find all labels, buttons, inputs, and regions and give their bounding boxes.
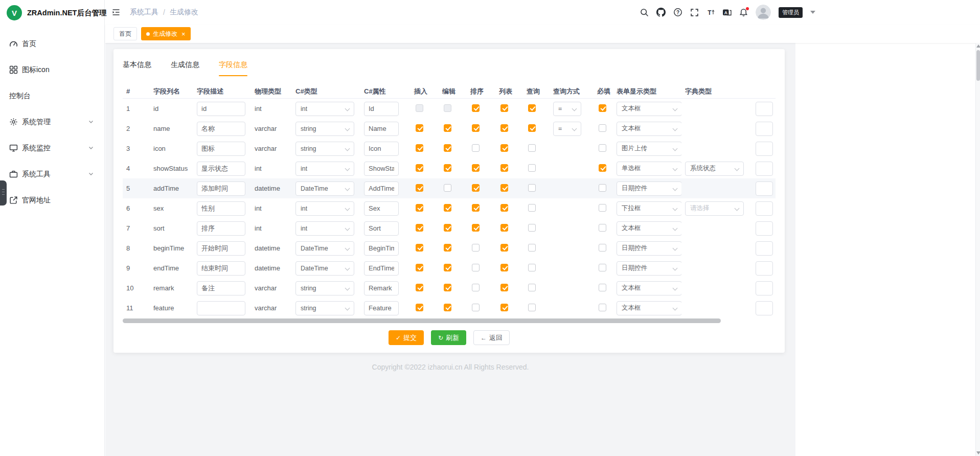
query-checkbox[interactable]	[528, 264, 536, 271]
bell-icon[interactable]	[739, 8, 748, 17]
csharp-type-select[interactable]: DateTime	[295, 241, 354, 256]
dict-type-select[interactable]: 系统状态	[685, 162, 744, 176]
sort-checkbox[interactable]	[472, 284, 480, 291]
insert-checkbox[interactable]	[416, 164, 423, 172]
sort-checkbox[interactable]	[472, 224, 480, 232]
sort-checkbox[interactable]	[472, 184, 480, 192]
avatar[interactable]	[756, 5, 771, 20]
list-checkbox[interactable]	[500, 284, 508, 291]
csharp-property-input[interactable]	[364, 221, 399, 236]
list-checkbox[interactable]	[500, 264, 508, 271]
csharp-property-input[interactable]	[364, 142, 399, 156]
display-type-select[interactable]: 图片上传	[617, 142, 681, 156]
tag-home[interactable]: 首页	[113, 27, 137, 40]
edit-checkbox[interactable]	[444, 204, 451, 212]
list-checkbox[interactable]	[500, 124, 508, 132]
scroll-down-icon[interactable]	[976, 451, 980, 454]
sidebar-item-home[interactable]: 首页	[0, 31, 104, 57]
extra-field-input[interactable]	[756, 241, 773, 256]
query-checkbox[interactable]	[528, 144, 536, 152]
field-description-input[interactable]	[197, 221, 245, 236]
field-description-input[interactable]	[197, 181, 245, 196]
sort-checkbox[interactable]	[472, 124, 480, 132]
insert-checkbox[interactable]	[416, 124, 423, 132]
question-icon[interactable]: ?	[673, 8, 682, 17]
field-description-input[interactable]	[197, 201, 245, 216]
tab-field-info[interactable]: 字段信息	[219, 60, 247, 76]
insert-checkbox[interactable]	[416, 184, 423, 192]
tab-gen-info[interactable]: 生成信息	[171, 60, 199, 76]
csharp-type-select[interactable]: int	[295, 102, 354, 116]
insert-checkbox[interactable]	[416, 224, 423, 232]
csharp-type-select[interactable]: string	[295, 281, 354, 295]
list-checkbox[interactable]	[500, 224, 508, 232]
required-checkbox[interactable]	[599, 104, 606, 112]
csharp-property-input[interactable]	[364, 201, 399, 216]
required-checkbox[interactable]	[599, 124, 606, 132]
field-description-input[interactable]	[197, 142, 245, 156]
required-checkbox[interactable]	[599, 204, 606, 212]
extra-field-input[interactable]	[756, 181, 773, 196]
csharp-type-select[interactable]: int	[295, 201, 354, 216]
field-description-input[interactable]	[197, 281, 245, 295]
csharp-property-input[interactable]	[364, 281, 399, 295]
list-checkbox[interactable]	[500, 204, 508, 212]
field-description-input[interactable]	[197, 122, 245, 136]
insert-checkbox[interactable]	[416, 304, 423, 311]
tag-active-page[interactable]: 生成修改 ×	[141, 27, 191, 40]
edit-checkbox[interactable]	[444, 124, 451, 132]
csharp-type-select[interactable]: int	[295, 221, 354, 236]
fullscreen-icon[interactable]	[690, 8, 699, 17]
required-checkbox[interactable]	[599, 244, 606, 252]
scroll-up-icon[interactable]	[976, 44, 980, 48]
query-checkbox[interactable]	[528, 124, 536, 132]
required-checkbox[interactable]	[599, 304, 606, 311]
insert-checkbox[interactable]	[416, 244, 423, 252]
sidebar-item-console[interactable]: 控制台	[0, 83, 104, 109]
csharp-type-select[interactable]: DateTime	[295, 181, 354, 196]
chevron-down-icon[interactable]	[810, 11, 815, 16]
required-checkbox[interactable]	[599, 144, 606, 152]
display-type-select[interactable]: 文本框	[617, 281, 681, 295]
list-checkbox[interactable]	[500, 144, 508, 152]
sort-checkbox[interactable]	[472, 204, 480, 212]
font-size-icon[interactable]: T	[706, 8, 715, 16]
refresh-button[interactable]: ↻ 刷新	[431, 330, 466, 345]
edit-checkbox[interactable]	[444, 104, 451, 112]
query-checkbox[interactable]	[528, 244, 536, 252]
query-method-select[interactable]: =	[553, 102, 581, 116]
theme-drawer-handle[interactable]	[0, 180, 7, 206]
display-type-select[interactable]: 文本框	[617, 301, 681, 315]
user-role-badge[interactable]: 管理员	[779, 7, 803, 18]
vertical-scrollbar-thumb[interactable]	[976, 50, 980, 81]
csharp-property-input[interactable]	[364, 241, 399, 256]
tab-basic-info[interactable]: 基本信息	[123, 60, 151, 76]
sidebar-item-official-site[interactable]: 官网地址	[0, 187, 104, 213]
back-button[interactable]: ← 返回	[473, 330, 510, 345]
list-checkbox[interactable]	[500, 104, 508, 112]
horizontal-scrollbar[interactable]	[123, 318, 721, 323]
csharp-property-input[interactable]	[364, 162, 399, 176]
search-icon[interactable]	[640, 8, 649, 17]
display-type-select[interactable]: 单选框	[617, 162, 681, 176]
sidebar-item-system-management[interactable]: 系统管理	[0, 109, 104, 135]
sidebar-item-system-tools[interactable]: 系统工具	[0, 161, 104, 187]
display-type-select[interactable]: 日期控件	[617, 241, 681, 256]
breadcrumb-parent[interactable]: 系统工具	[130, 8, 158, 17]
sort-checkbox[interactable]	[472, 144, 480, 152]
extra-field-input[interactable]	[756, 162, 773, 176]
display-type-select[interactable]: 文本框	[617, 122, 681, 136]
insert-checkbox[interactable]	[416, 144, 423, 152]
required-checkbox[interactable]	[599, 224, 606, 232]
query-checkbox[interactable]	[528, 204, 536, 212]
required-checkbox[interactable]	[599, 164, 606, 172]
query-checkbox[interactable]	[528, 304, 536, 311]
edit-checkbox[interactable]	[444, 264, 451, 271]
required-checkbox[interactable]	[599, 264, 606, 271]
edit-checkbox[interactable]	[444, 144, 451, 152]
required-checkbox[interactable]	[599, 284, 606, 291]
display-type-select[interactable]: 文本框	[617, 102, 681, 116]
required-checkbox[interactable]	[599, 184, 606, 192]
extra-field-input[interactable]	[756, 122, 773, 136]
sidebar-item-icons[interactable]: 图标icon	[0, 57, 104, 83]
